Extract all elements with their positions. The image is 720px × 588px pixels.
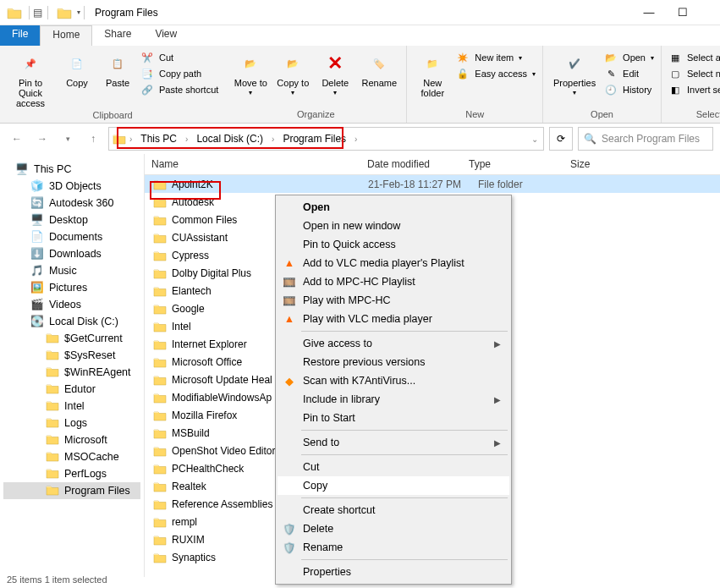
delete-button[interactable]: ✕Delete▾: [316, 49, 354, 97]
copy-button[interactable]: 📄Copy: [59, 49, 95, 88]
up-button[interactable]: ↑: [83, 129, 103, 149]
search-input[interactable]: 🔍 Search Program Files: [578, 127, 713, 151]
group-new: New: [414, 107, 536, 123]
tree-item[interactable]: Edutor: [3, 381, 140, 398]
ctx-open[interactable]: Open: [278, 198, 509, 217]
recent-dropdown[interactable]: ▾: [58, 129, 78, 149]
chevron-icon[interactable]: ›: [184, 135, 190, 144]
ctx-rename[interactable]: 🛡️Rename: [278, 538, 509, 557]
address-bar[interactable]: › This PC › Local Disk (C:) › Program Fi…: [108, 127, 544, 151]
tab-file[interactable]: File: [0, 25, 40, 46]
folder-icon: [46, 365, 59, 379]
ctx-mpc-add[interactable]: 🎞️Add to MPC-HC Playlist: [278, 272, 509, 291]
qat-folder-icon[interactable]: [57, 5, 72, 20]
copyto-button[interactable]: 📂Copy to▾: [274, 49, 311, 97]
cut-button[interactable]: ✂️Cut: [140, 51, 218, 64]
folder-icon: [153, 409, 167, 421]
easyaccess-button[interactable]: 🔓Easy access ▾: [456, 67, 536, 80]
group-clipboard: Clipboard: [7, 108, 218, 124]
tab-share[interactable]: Share: [92, 25, 143, 46]
ctx-copy[interactable]: Copy: [278, 476, 509, 495]
qat-dropdown-icon[interactable]: ▾: [77, 8, 80, 16]
tree-item[interactable]: ⬇️Downloads: [3, 245, 140, 262]
tree-item[interactable]: Logs: [3, 415, 140, 431]
maximize-button[interactable]: ☐: [666, 6, 700, 19]
chevron-icon[interactable]: ›: [353, 135, 359, 144]
tab-home[interactable]: Home: [40, 25, 92, 46]
properties-button[interactable]: ✔️Properties▾: [550, 49, 599, 97]
tab-view[interactable]: View: [143, 25, 189, 46]
chevron-icon[interactable]: ›: [270, 135, 276, 144]
tree-item[interactable]: $GetCurrent: [3, 330, 140, 347]
tree-item[interactable]: 💽Local Disk (C:): [3, 313, 140, 330]
newitem-button[interactable]: ✴️New item ▾: [456, 51, 536, 64]
group-organize: Organize: [232, 107, 399, 123]
ctx-restore-versions[interactable]: Restore previous versions: [278, 353, 509, 371]
forward-button[interactable]: →: [32, 129, 52, 149]
ctx-give-access[interactable]: Give access to▶: [278, 334, 509, 353]
tree-item[interactable]: Program Files: [3, 482, 140, 499]
tree-item[interactable]: 🖥️Desktop: [3, 212, 140, 228]
tree-item[interactable]: PerfLogs: [3, 465, 140, 482]
ctx-delete[interactable]: 🛡️Delete: [278, 519, 509, 538]
ctx-include-library[interactable]: Include in library▶: [278, 390, 509, 409]
ctx-pin-quick-access[interactable]: Pin to Quick access: [278, 235, 509, 254]
list-item[interactable]: Apoint2K21-Feb-18 11:27 PMFile folder: [145, 175, 720, 193]
col-size[interactable]: Size: [563, 154, 720, 174]
qat-properties-icon[interactable]: ▤: [33, 7, 42, 19]
minimize-button[interactable]: —: [632, 6, 666, 19]
ctx-pin-start[interactable]: Pin to Start: [278, 409, 509, 427]
refresh-button[interactable]: ⟳: [549, 127, 573, 151]
tree-item[interactable]: 🖥️This PC: [3, 161, 140, 178]
tree-item[interactable]: 📄Documents: [3, 228, 140, 245]
ctx-new-window[interactable]: Open in new window: [278, 217, 509, 235]
folder-icon: [46, 416, 59, 430]
tree-item[interactable]: 🎵Music: [3, 262, 140, 279]
ctx-mpc-play[interactable]: 🎞️Play with MPC-HC: [278, 291, 509, 310]
ctx-shortcut[interactable]: Create shortcut: [278, 501, 509, 519]
selectnone-button[interactable]: ▢Select none: [668, 67, 720, 80]
nav-tree[interactable]: 🖥️This PC🧊3D Objects🔄Autodesk 360🖥️Deskt…: [0, 154, 144, 577]
tree-item[interactable]: 🎬Videos: [3, 296, 140, 313]
paste-button[interactable]: 📋Paste: [100, 49, 135, 88]
ctx-cut[interactable]: Cut: [278, 458, 509, 476]
tree-item[interactable]: 🧊3D Objects: [3, 178, 140, 195]
crumb-this-pc[interactable]: This PC: [135, 131, 182, 146]
paste-icon: 📋: [105, 51, 130, 76]
pasteshortcut-button[interactable]: 🔗Paste shortcut: [140, 83, 218, 96]
selectall-button[interactable]: ▦Select all: [668, 51, 720, 64]
tree-item[interactable]: $SysReset: [3, 347, 140, 364]
tree-item[interactable]: Microsoft: [3, 431, 140, 448]
tree-item[interactable]: $WinREAgent: [3, 364, 140, 381]
copy-icon: 📄: [64, 51, 90, 76]
copypath-button[interactable]: 📑Copy path: [140, 67, 218, 80]
crumb-program-files[interactable]: Program Files: [278, 131, 351, 146]
submenu-arrow-icon: ▶: [494, 339, 501, 349]
folder-icon: [153, 214, 167, 226]
ctx-vlc-add[interactable]: ▲Add to VLC media player's Playlist: [278, 254, 509, 272]
moveto-button[interactable]: 📂Move to▾: [232, 49, 269, 97]
crumb-local-disk[interactable]: Local Disk (C:): [191, 131, 268, 146]
history-button[interactable]: 🕘History: [604, 83, 654, 96]
ctx-vlc-play[interactable]: ▲Play with VLC media player: [278, 310, 509, 328]
chevron-icon[interactable]: ›: [128, 135, 134, 144]
col-date[interactable]: Date modified: [360, 154, 462, 174]
pin-quick-access-button[interactable]: 📌Pin to Quick access: [7, 49, 54, 108]
tree-item[interactable]: 🖼️Pictures: [3, 279, 140, 296]
tree-item[interactable]: MSOCache: [3, 448, 140, 465]
rename-button[interactable]: 🏷️Rename: [359, 49, 399, 88]
folder-icon: [153, 481, 167, 492]
newfolder-button[interactable]: 📁New folder: [414, 49, 451, 98]
invert-button[interactable]: ◧Invert selection: [668, 83, 720, 96]
addr-dropdown-icon[interactable]: ⌄: [530, 135, 540, 144]
back-button[interactable]: ←: [7, 129, 27, 149]
col-type[interactable]: Type: [462, 154, 563, 174]
tree-item[interactable]: 🔄Autodesk 360: [3, 195, 140, 212]
open-button[interactable]: 📂Open ▾: [604, 51, 654, 64]
edit-button[interactable]: ✎Edit: [604, 67, 654, 80]
ctx-k7-scan[interactable]: ◆Scan with K7AntiVirus...: [278, 371, 509, 390]
tree-item[interactable]: Intel: [3, 398, 140, 415]
ctx-send-to[interactable]: Send to▶: [278, 433, 509, 452]
column-headers[interactable]: Name Date modified Type Size: [145, 154, 720, 175]
col-name[interactable]: Name: [145, 154, 360, 174]
